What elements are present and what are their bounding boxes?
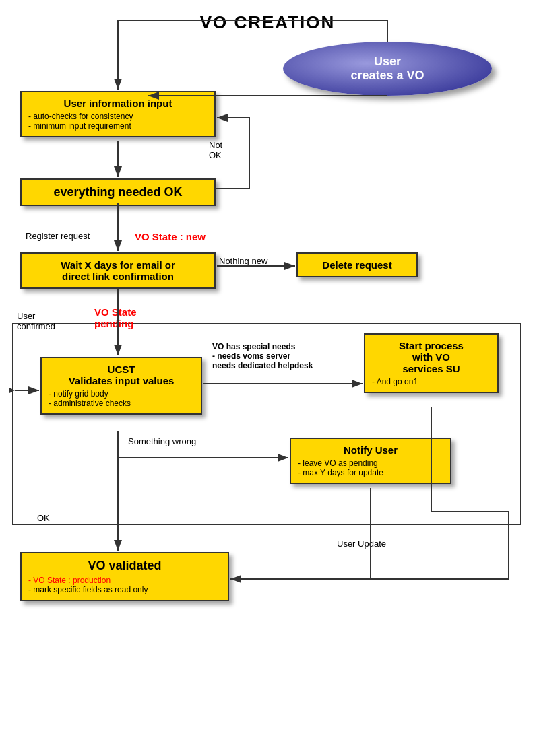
nothing-new-label: Nothing new xyxy=(219,256,268,266)
vo-special-needs-label: VO has special needs - needs voms server… xyxy=(212,342,313,370)
user-confirmed-label: User confirmed xyxy=(17,311,55,331)
vo-state-new-label: VO State : new xyxy=(135,231,206,242)
page-title: VO CREATION xyxy=(0,12,535,33)
user-creates-vo-node: User creates a VO xyxy=(283,42,492,96)
vo-validated-box: VO validated - VO State : production - m… xyxy=(20,552,229,601)
vo-state-pending-label: VO State pending xyxy=(94,306,137,329)
user-update-label: User Update xyxy=(337,539,386,549)
register-request-label: Register request xyxy=(26,231,90,241)
wait-x-days-box: Wait X days for email or direct link con… xyxy=(20,252,216,289)
ok-label: OK xyxy=(37,513,50,523)
ucst-box: UCST Validates input values - notify gri… xyxy=(40,357,202,415)
not-ok-label: Not OK xyxy=(209,140,222,160)
everything-ok-box: everything needed OK xyxy=(20,178,216,206)
start-process-box: Start process with VO services SU - And … xyxy=(364,333,499,393)
user-info-box: User information input - auto-checks for… xyxy=(20,91,216,137)
delete-request-box: Delete request xyxy=(296,252,418,277)
notify-user-box: Notify User - leave VO as pending - max … xyxy=(290,438,451,484)
something-wrong-label: Something wrong xyxy=(128,436,196,446)
diagram-container: VO CREATION User creates a VO User infor… xyxy=(0,0,535,756)
